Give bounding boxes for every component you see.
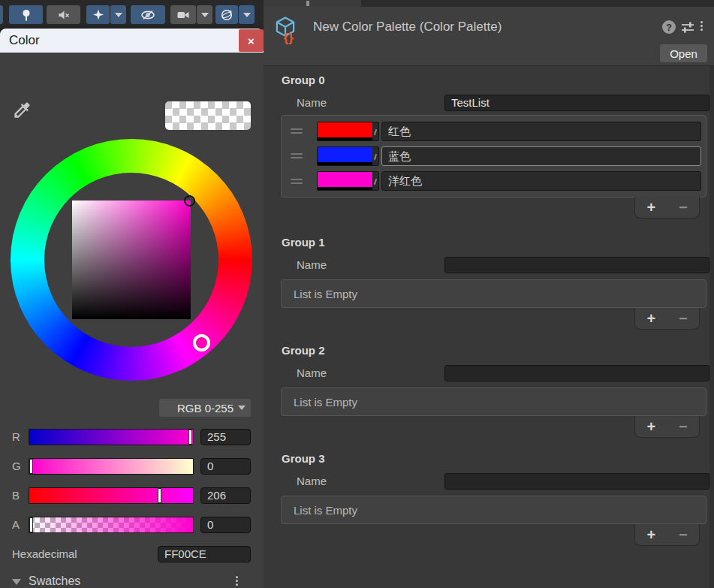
audio-mute-button[interactable] (47, 5, 80, 24)
drag-handle-icon[interactable] (291, 179, 303, 184)
add-item-button[interactable]: + (646, 527, 655, 542)
color-window-titlebar[interactable]: Color × (0, 29, 264, 53)
group-1-name-field[interactable] (444, 257, 709, 273)
slider-handle[interactable] (158, 488, 161, 503)
camera-button[interactable] (170, 5, 196, 24)
sphere-handle-icon (20, 8, 33, 22)
slider-handle[interactable] (29, 459, 33, 474)
item-name-field[interactable]: 红色 (381, 122, 701, 141)
gizmos-button[interactable] (215, 5, 238, 24)
effects-dropdown-arrow[interactable] (110, 5, 126, 24)
partial-toolbar-button[interactable] (0, 5, 3, 24)
g-value-field[interactable]: 0 (200, 458, 251, 475)
item-name-field[interactable]: 蓝色 (381, 146, 701, 166)
slider-label-a: A (12, 518, 20, 531)
list-item[interactable]: 蓝色 (288, 144, 701, 167)
gizmos-dropdown-arrow[interactable] (239, 5, 255, 24)
hexadecimal-label: Hexadecimal (12, 547, 77, 560)
presets-icon[interactable] (681, 22, 694, 36)
group-0-list-footer: + − (634, 197, 700, 219)
group-3-label: Group 3 (282, 452, 325, 465)
group-1-list: List is Empty (281, 279, 706, 308)
effects-button[interactable] (86, 5, 110, 24)
slider-handle[interactable] (29, 517, 33, 532)
drag-handle-icon[interactable] (291, 128, 303, 134)
empty-list-label: List is Empty (294, 288, 357, 300)
slider-gradient (29, 459, 193, 474)
color-swatch (318, 122, 372, 137)
handle-tool-button[interactable] (9, 5, 43, 24)
color-mode-dropdown[interactable]: RGB 0-255 (159, 399, 251, 417)
remove-item-button[interactable]: − (679, 527, 688, 542)
foldout-triangle-icon[interactable] (12, 579, 21, 585)
slider-handle[interactable] (188, 430, 192, 445)
swatches-label[interactable]: Swatches (29, 574, 80, 588)
hue-indicator[interactable] (193, 334, 210, 351)
color-field[interactable] (317, 171, 379, 191)
sv-indicator[interactable] (184, 195, 195, 207)
hue-wheel[interactable] (11, 139, 252, 381)
group-3-list: List is Empty (281, 496, 706, 524)
svg-text:{}: {} (284, 31, 294, 44)
group-0-list: 红色 蓝色 洋红色 (281, 115, 706, 198)
slider-label-r: R (12, 430, 20, 443)
remove-item-button[interactable]: − (679, 419, 688, 434)
slider-row-g: G 0 (0, 458, 264, 475)
group-3-list-footer: + − (634, 524, 700, 546)
item-name-field[interactable]: 洋红色 (381, 171, 701, 191)
b-slider-track[interactable] (29, 487, 194, 504)
current-color-preview[interactable] (165, 101, 251, 130)
slider-row-b: B 206 (0, 487, 264, 504)
alpha-bar (318, 162, 372, 166)
empty-list-label: List is Empty (294, 504, 357, 517)
remove-item-button[interactable]: − (679, 311, 688, 326)
effects-star-icon (92, 8, 105, 22)
drag-handle-icon[interactable] (291, 153, 303, 158)
color-field[interactable] (317, 122, 379, 141)
group-0-label: Group 0 (282, 74, 325, 86)
eyedropper-icon[interactable] (12, 100, 32, 123)
a-slider-track[interactable] (29, 517, 194, 533)
group-2-name-field[interactable] (444, 365, 709, 381)
add-item-button[interactable]: + (646, 200, 655, 215)
color-mode-label: RGB 0-255 (177, 402, 233, 415)
group-3-name-label: Name (297, 475, 327, 487)
hexadecimal-field[interactable]: FF00CE (158, 546, 251, 562)
b-value-field[interactable]: 206 (200, 487, 251, 504)
close-button[interactable]: × (239, 29, 264, 52)
add-item-button[interactable]: + (646, 311, 655, 326)
group-1-name-label: Name (297, 258, 327, 271)
swatches-menu-icon[interactable] (236, 576, 238, 586)
slider-gradient (29, 430, 193, 445)
r-value-field[interactable]: 255 (200, 429, 251, 445)
r-slider-track[interactable] (29, 429, 194, 445)
empty-list-label: List is Empty (294, 396, 357, 409)
alpha-bar (318, 187, 372, 191)
group-3-name-field[interactable] (444, 473, 709, 490)
color-picker-window: Color × RGB 0-255 R 255 G (0, 29, 264, 588)
list-item[interactable]: 洋红色 (288, 170, 701, 193)
inspector-scrollbar-gutter[interactable] (709, 66, 714, 588)
a-value-field[interactable]: 0 (200, 517, 251, 533)
group-0-name-field[interactable]: TestList (444, 95, 709, 111)
sv-square[interactable] (72, 201, 191, 319)
color-window-title: Color (9, 33, 40, 48)
help-icon[interactable]: ? (662, 20, 676, 34)
scene-visibility-button[interactable] (131, 5, 165, 24)
orbit-sphere-icon (220, 8, 233, 22)
g-slider-track[interactable] (29, 458, 194, 475)
open-button[interactable]: Open (660, 44, 707, 62)
scriptable-object-cube-icon: {} (270, 14, 300, 47)
list-item[interactable]: 红色 (288, 119, 701, 143)
group-2-label: Group 2 (282, 344, 325, 357)
unity-editor: Color × RGB 0-255 R 255 G (0, 0, 714, 588)
slider-gradient (29, 488, 193, 503)
group-2-name-label: Name (297, 366, 327, 379)
add-item-button[interactable]: + (646, 419, 655, 434)
inspector-menu-icon[interactable] (700, 21, 703, 31)
remove-item-button[interactable]: − (679, 200, 688, 215)
camera-dropdown-arrow[interactable] (197, 5, 212, 24)
inspector-tab-partial[interactable] (264, 0, 361, 7)
chevron-down-icon (115, 13, 122, 17)
color-field[interactable] (317, 146, 379, 166)
